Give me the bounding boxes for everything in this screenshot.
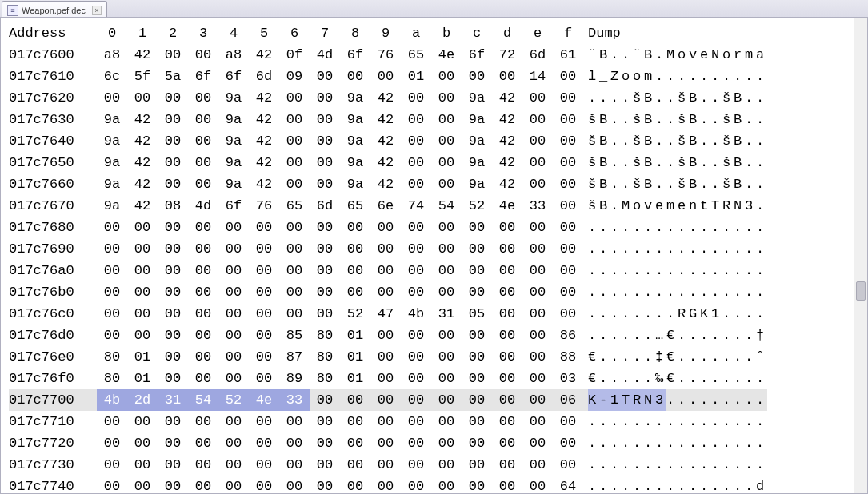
hex-byte[interactable]: 00: [462, 325, 492, 346]
hex-byte[interactable]: 00: [370, 454, 401, 476]
hex-byte[interactable]: 00: [340, 411, 370, 432]
hex-byte[interactable]: 9a: [218, 130, 249, 152]
hex-byte[interactable]: 00: [522, 217, 553, 238]
hex-byte[interactable]: 00: [127, 303, 158, 325]
hex-byte[interactable]: 00: [249, 303, 279, 325]
hex-row[interactable]: 017c76d000000000000085800100000000000086…: [9, 325, 867, 346]
hex-byte[interactable]: 00: [188, 260, 218, 281]
hex-byte[interactable]: 00: [370, 281, 401, 303]
hex-byte[interactable]: 00: [370, 476, 401, 494]
hex-byte[interactable]: 00: [462, 476, 492, 494]
hex-byte[interactable]: 89: [279, 368, 310, 389]
hex-byte[interactable]: 42: [492, 87, 522, 109]
hex-byte[interactable]: 00: [279, 152, 310, 173]
hex-byte[interactable]: 00: [522, 87, 553, 109]
hex-byte[interactable]: 00: [97, 303, 127, 325]
hex-byte[interactable]: 00: [522, 281, 553, 303]
hex-byte[interactable]: 9a: [340, 109, 370, 130]
hex-byte[interactable]: 9a: [97, 130, 127, 152]
hex-byte[interactable]: 00: [522, 152, 553, 173]
hex-byte[interactable]: 00: [522, 238, 553, 260]
hex-byte[interactable]: 00: [462, 368, 492, 389]
hex-byte[interactable]: 00: [249, 217, 279, 238]
hex-byte[interactable]: 00: [310, 303, 340, 325]
hex-byte[interactable]: 00: [218, 432, 249, 454]
hex-byte[interactable]: 31: [158, 389, 188, 411]
hex-byte[interactable]: 00: [188, 346, 218, 368]
hex-byte[interactable]: 00: [462, 389, 492, 411]
hex-byte[interactable]: 42: [370, 130, 401, 152]
hex-byte[interactable]: 6e: [370, 195, 401, 217]
hex-byte[interactable]: 33: [279, 389, 310, 411]
hex-byte[interactable]: 00: [553, 411, 583, 432]
hex-row[interactable]: 017c76106c5f5a6f6f6d09000000010000001400…: [9, 66, 867, 87]
hex-byte[interactable]: 00: [431, 260, 462, 281]
hex-row[interactable]: 017c771000000000000000000000000000000000…: [9, 411, 867, 432]
hex-byte[interactable]: 00: [522, 346, 553, 368]
hex-byte[interactable]: 00: [492, 217, 522, 238]
hex-byte[interactable]: 64: [553, 476, 583, 494]
hex-byte[interactable]: 00: [522, 303, 553, 325]
hex-byte[interactable]: 00: [97, 411, 127, 432]
hex-byte[interactable]: 9a: [462, 109, 492, 130]
hex-byte[interactable]: 9a: [218, 109, 249, 130]
hex-byte[interactable]: 5f: [127, 66, 158, 87]
hex-byte[interactable]: 00: [127, 260, 158, 281]
hex-byte[interactable]: 00: [401, 389, 431, 411]
hex-byte[interactable]: 76: [249, 195, 279, 217]
hex-byte[interactable]: 00: [127, 325, 158, 346]
hex-byte[interactable]: 00: [401, 152, 431, 173]
hex-byte[interactable]: 00: [492, 325, 522, 346]
hex-byte[interactable]: 00: [279, 454, 310, 476]
hex-byte[interactable]: 00: [431, 432, 462, 454]
hex-byte[interactable]: 00: [249, 260, 279, 281]
hex-byte[interactable]: 00: [492, 411, 522, 432]
hex-byte[interactable]: 9a: [462, 130, 492, 152]
hex-byte[interactable]: 00: [188, 303, 218, 325]
hex-byte[interactable]: 00: [310, 217, 340, 238]
hex-byte[interactable]: 00: [218, 476, 249, 494]
hex-byte[interactable]: 9a: [97, 173, 127, 195]
hex-byte[interactable]: 80: [97, 368, 127, 389]
hex-editor[interactable]: Address0123456789abcdefDump017c7600a8420…: [0, 18, 868, 494]
hex-byte[interactable]: 42: [492, 109, 522, 130]
hex-byte[interactable]: 00: [158, 432, 188, 454]
hex-byte[interactable]: 54: [431, 195, 462, 217]
hex-byte[interactable]: 00: [492, 281, 522, 303]
hex-byte[interactable]: 01: [401, 66, 431, 87]
hex-byte[interactable]: 14: [522, 66, 553, 87]
hex-byte[interactable]: 00: [158, 260, 188, 281]
hex-byte[interactable]: 00: [279, 260, 310, 281]
close-icon[interactable]: ×: [92, 6, 102, 15]
hex-byte[interactable]: a8: [97, 44, 127, 66]
hex-byte[interactable]: 00: [279, 303, 310, 325]
hex-row[interactable]: 017c768000000000000000000000000000000000…: [9, 217, 867, 238]
hex-byte[interactable]: 42: [127, 130, 158, 152]
hex-byte[interactable]: 9a: [97, 152, 127, 173]
hex-byte[interactable]: 00: [462, 217, 492, 238]
hex-byte[interactable]: 00: [340, 432, 370, 454]
hex-byte[interactable]: 00: [553, 130, 583, 152]
hex-byte[interactable]: 80: [310, 325, 340, 346]
hex-byte[interactable]: 00: [492, 389, 522, 411]
hex-byte[interactable]: 00: [340, 389, 370, 411]
hex-byte[interactable]: 00: [218, 411, 249, 432]
hex-byte[interactable]: 00: [553, 217, 583, 238]
hex-byte[interactable]: 9a: [340, 87, 370, 109]
vertical-scrollbar[interactable]: [854, 18, 867, 493]
hex-byte[interactable]: 42: [370, 109, 401, 130]
hex-byte[interactable]: 4d: [310, 44, 340, 66]
hex-row[interactable]: 017c76c0000000000000000052474b3105000000…: [9, 303, 867, 325]
hex-byte[interactable]: 4b: [401, 303, 431, 325]
hex-byte[interactable]: 00: [401, 454, 431, 476]
hex-byte[interactable]: 42: [492, 130, 522, 152]
hex-byte[interactable]: 74: [401, 195, 431, 217]
hex-byte[interactable]: 00: [310, 389, 340, 411]
hex-byte[interactable]: 03: [553, 368, 583, 389]
hex-byte[interactable]: 00: [249, 346, 279, 368]
hex-byte[interactable]: 42: [492, 152, 522, 173]
hex-byte[interactable]: 00: [401, 130, 431, 152]
hex-byte[interactable]: 00: [279, 411, 310, 432]
hex-byte[interactable]: 00: [401, 217, 431, 238]
hex-byte[interactable]: 00: [492, 66, 522, 87]
